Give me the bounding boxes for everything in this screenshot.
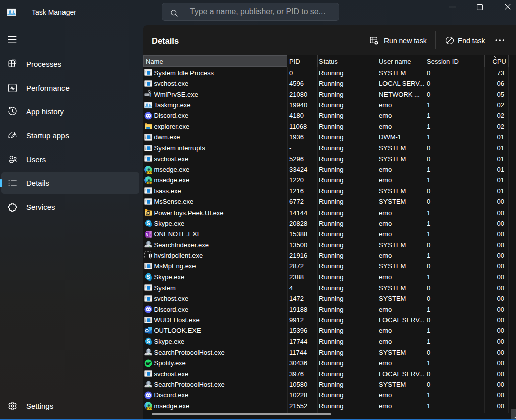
svg-text:S: S	[147, 338, 150, 344]
svg-text:S: S	[147, 274, 150, 280]
svg-text:CAN: CAN	[147, 408, 152, 410]
svg-text:S: S	[147, 220, 150, 226]
svg-text:CAN: CAN	[147, 182, 152, 184]
svg-text:CAN: CAN	[147, 171, 152, 174]
svg-text:N: N	[146, 232, 148, 236]
